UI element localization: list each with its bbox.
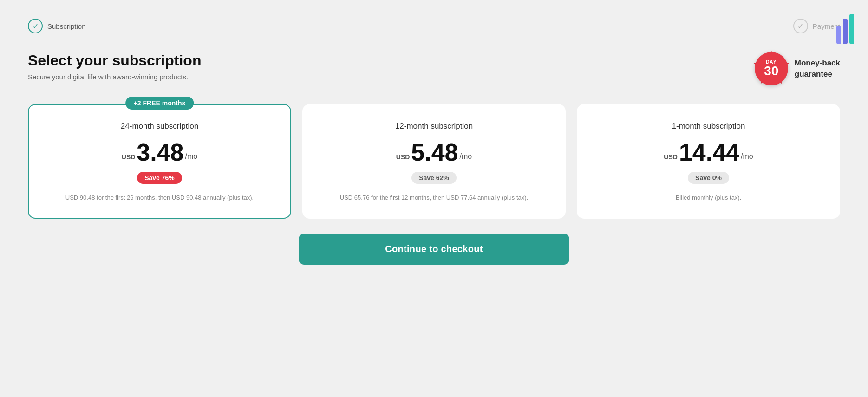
page-subtitle: Secure your digital life with award-winn… xyxy=(28,73,201,81)
plan-price-row-1: USD 14.44 /mo xyxy=(664,140,753,164)
plan-name-12: 12-month subscription xyxy=(395,122,473,131)
logo-bar-3 xyxy=(849,14,854,44)
badge-day-number: 30 xyxy=(764,65,778,78)
app-logo xyxy=(836,14,854,44)
save-badge-24: Save 76% xyxy=(137,172,182,184)
plan-card-12month[interactable]: 12-month subscription USD 5.48 /mo Save … xyxy=(302,104,566,219)
guarantee-circle: DAY 30 xyxy=(755,52,788,85)
plan-currency-1: USD xyxy=(664,153,678,161)
plan-period-24: /mo xyxy=(185,152,198,161)
plan-amount-12: 5.48 xyxy=(411,140,458,164)
plan-desc-1: Billed monthly (plus tax). xyxy=(676,193,742,203)
plan-amount-24: 3.48 xyxy=(137,140,183,164)
plan-amount-1: 14.44 xyxy=(679,140,739,164)
plan-name-24: 24-month subscription xyxy=(121,122,198,131)
plan-desc-12: USD 65.76 for the first 12 months, then … xyxy=(340,193,528,203)
logo-bar-1 xyxy=(836,26,841,44)
plan-period-12: /mo xyxy=(460,152,472,161)
step1-label: Subscription xyxy=(47,22,86,30)
stepper: ✓ Subscription ✓ Payment xyxy=(28,19,840,33)
step1-circle: ✓ xyxy=(28,19,43,33)
page-title: Select your subscription xyxy=(28,52,201,69)
title-block: Select your subscription Secure your dig… xyxy=(28,52,201,81)
checkout-button[interactable]: Continue to checkout xyxy=(299,234,569,265)
free-badge: +2 FREE months xyxy=(125,97,194,110)
plan-price-row-12: USD 5.48 /mo xyxy=(396,140,472,164)
plan-card-1month[interactable]: 1-month subscription USD 14.44 /mo Save … xyxy=(577,104,840,219)
step2-circle: ✓ xyxy=(793,19,808,33)
plans-grid: +2 FREE months 24-month subscription USD… xyxy=(28,104,840,219)
page-header: Select your subscription Secure your dig… xyxy=(28,52,840,85)
logo-bar-2 xyxy=(843,19,848,44)
plan-currency-12: USD xyxy=(396,153,410,161)
plan-name-1: 1-month subscription xyxy=(672,122,745,131)
guarantee-badge: DAY 30 Money-backguarantee xyxy=(755,52,840,85)
guarantee-text: Money-backguarantee xyxy=(795,58,840,80)
plan-period-1: /mo xyxy=(741,152,753,161)
plan-currency-24: USD xyxy=(122,153,136,161)
plan-desc-24: USD 90.48 for the first 26 months, then … xyxy=(65,193,254,203)
save-badge-12: Save 62% xyxy=(411,172,457,184)
step-payment: ✓ Payment xyxy=(793,19,840,33)
save-badge-1: Save 0% xyxy=(688,172,729,184)
step-subscription: ✓ Subscription xyxy=(28,19,86,33)
step-divider xyxy=(95,26,784,26)
plan-card-24month[interactable]: +2 FREE months 24-month subscription USD… xyxy=(28,104,291,219)
plan-price-row-24: USD 3.48 /mo xyxy=(122,140,197,164)
